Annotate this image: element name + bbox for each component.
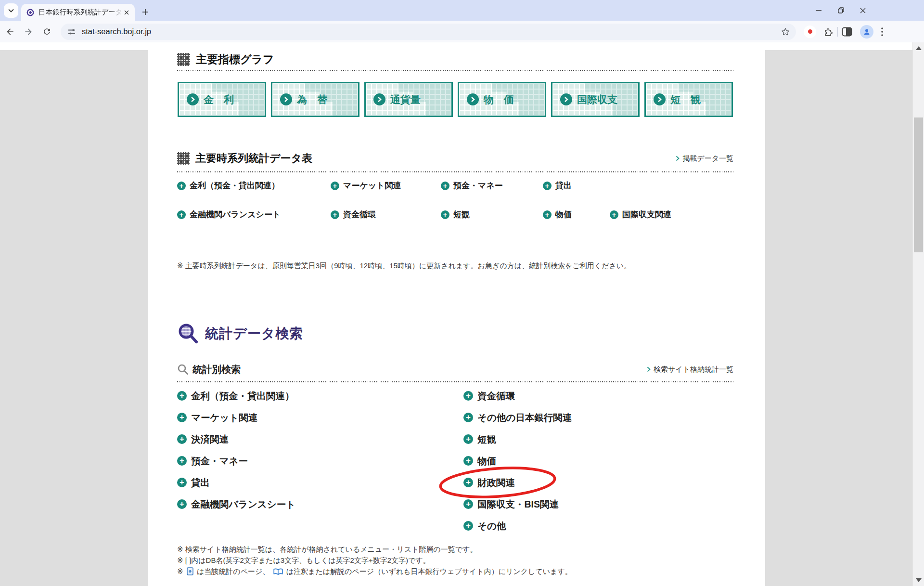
circle-arrow-icon (654, 93, 666, 105)
ts-link[interactable]: 預金・マネー (441, 180, 503, 191)
close-window-button[interactable] (852, 0, 874, 21)
category-link[interactable]: 短観 (463, 433, 572, 445)
category-link-label: 国際収支・BIS関連 (477, 498, 559, 510)
category-link[interactable]: 物価 (463, 455, 572, 467)
back-button[interactable] (2, 24, 18, 40)
ts-link-label: 国際収支関連 (622, 209, 671, 220)
ts-link[interactable]: 国際収支関連 (610, 209, 671, 220)
url-text[interactable]: stat-search.boj.or.jp (82, 27, 781, 36)
plus-icon (463, 434, 473, 444)
graph-section-title: 主要指標グラフ (196, 52, 274, 67)
category-link[interactable]: その他 (463, 520, 572, 532)
category-link[interactable]: マーケット関連 (177, 412, 295, 423)
ts-link-label: 短観 (453, 209, 470, 220)
ts-link[interactable]: 金融機関バランスシート (177, 209, 281, 220)
circle-arrow-icon (280, 93, 292, 105)
browser-toolbar: stat-search.boj.or.jp (0, 21, 924, 43)
graph-button-money-stock[interactable]: 通貨量 (364, 82, 453, 117)
chevron-right-icon (647, 366, 651, 372)
new-tab-button[interactable] (140, 6, 151, 18)
search-section-heading: 統計データ検索 (177, 323, 303, 345)
graph-button-bop[interactable]: 国際収支 (551, 82, 640, 117)
category-link-label: 金利（預金・貸出関連） (191, 390, 295, 402)
side-panel-icon[interactable] (842, 27, 852, 37)
circle-arrow-icon (560, 93, 572, 105)
tab-strip: 日本銀行時系列統計データ検索サ (0, 0, 924, 21)
ts-link[interactable]: 資金循環 (331, 209, 376, 220)
footnotes: ※ 検索サイト格納統計一覧は、各統計が格納されているメニュー・リスト階層の一覧で… (177, 544, 572, 578)
graph-button-label: 通貨量 (390, 93, 421, 106)
url-bar[interactable]: stat-search.boj.or.jp (61, 24, 796, 40)
data-list-link[interactable]: 掲載データ一覧 (676, 154, 733, 163)
graph-button-label: 短 観 (670, 93, 701, 106)
document-page-icon (187, 567, 193, 578)
circle-arrow-icon (187, 93, 199, 105)
plus-icon (331, 182, 339, 190)
graph-button-prices[interactable]: 物 価 (458, 82, 546, 117)
divider (177, 171, 733, 172)
graph-button-tankan[interactable]: 短 観 (644, 82, 733, 117)
toolbar-separator (837, 27, 838, 37)
scrollbar-thumb[interactable] (914, 117, 923, 252)
page-viewport: 主要指標グラフ 金 利 為 替 通貨量 物 価 国際収支 (0, 42, 924, 586)
ts-link[interactable]: 短観 (441, 209, 470, 220)
vertical-scrollbar[interactable] (912, 42, 924, 586)
forward-button[interactable] (20, 24, 37, 40)
ts-link[interactable]: 貸出 (543, 180, 572, 191)
category-link[interactable]: 預金・マネー (177, 455, 295, 467)
ts-link-label: 物価 (555, 209, 572, 220)
category-link[interactable]: 金利（預金・貸出関連） (177, 390, 295, 402)
ts-link-label: マーケット関連 (343, 180, 401, 191)
plus-icon (177, 434, 187, 444)
site-settings-icon[interactable] (67, 27, 76, 36)
scroll-up-arrow-icon[interactable] (916, 46, 922, 50)
category-link[interactable]: 決済関連 (177, 433, 295, 445)
bookmark-star-icon[interactable] (781, 27, 790, 37)
profile-avatar[interactable] (860, 25, 873, 39)
reload-button[interactable] (38, 24, 55, 40)
plus-icon (441, 210, 449, 219)
footnote-line: ※ は当該統計のページ、 は注釈または解説のページ（いずれも日本銀行ウェブサイト… (177, 566, 572, 578)
plus-icon (543, 182, 552, 190)
plus-icon (463, 413, 473, 422)
browser-tab[interactable]: 日本銀行時系列統計データ検索サ (21, 4, 135, 21)
chevron-down-icon (8, 9, 14, 13)
ts-link[interactable]: 物価 (543, 209, 572, 220)
tab-search-button[interactable] (4, 3, 18, 18)
category-link[interactable]: 金融機関バランスシート (177, 498, 295, 510)
restore-button[interactable] (830, 0, 852, 21)
graph-button-exchange[interactable]: 為 替 (271, 82, 359, 117)
footnote-line: ※ 検索サイト格納統計一覧は、各統計が格納されているメニュー・リスト階層の一覧で… (177, 544, 572, 555)
window-controls (808, 0, 874, 21)
ts-link-label: 貸出 (555, 180, 572, 191)
plus-icon (610, 210, 618, 219)
tab-close-icon[interactable] (122, 8, 131, 17)
ts-link-label: 金融機関バランスシート (190, 209, 281, 220)
category-link[interactable]: 貸出 (177, 477, 295, 488)
tables-links-row2: 金融機関バランスシート 資金循環 短観 物価 国際収支関連 (177, 209, 733, 221)
category-link[interactable]: その他の日本銀行関連 (463, 412, 572, 423)
category-link-label: 預金・マネー (191, 455, 248, 467)
category-link-label: 貸出 (191, 477, 210, 488)
ts-link[interactable]: 金利（預金・貸出関連） (177, 180, 280, 191)
category-link-label: その他 (477, 520, 506, 532)
graph-button-interest[interactable]: 金 利 (178, 82, 266, 117)
search-subsection-title: 統計別検索 (192, 363, 241, 376)
update-note: ※ 主要時系列統計データは、原則毎営業日3回（9時頃、12時頃、15時頃）に更新… (177, 261, 631, 271)
minimize-button[interactable] (808, 0, 830, 21)
plus-icon (331, 210, 339, 219)
extensions-puzzle-icon[interactable] (823, 26, 834, 37)
kebab-menu-icon[interactable] (881, 27, 883, 36)
graph-section-heading: 主要指標グラフ (177, 52, 274, 67)
scroll-down-arrow-icon[interactable] (916, 578, 922, 582)
stored-stats-list-link[interactable]: 検索サイト格納統計一覧 (647, 365, 733, 374)
plus-icon (177, 182, 186, 190)
search-left-column: 金利（預金・貸出関連） マーケット関連 決済関連 預金・マネー 貸出 金融機関バ… (177, 390, 295, 510)
category-link[interactable]: 国際収支・BIS関連 (463, 498, 572, 510)
recording-extension-icon[interactable] (804, 26, 816, 38)
ts-link[interactable]: マーケット関連 (331, 180, 401, 191)
footnote-line: ※ [ ]内はDB名(英字2文字または3文字、もしくは英字2文字+数字2文字)で… (177, 555, 572, 566)
category-link[interactable]: 資金循環 (463, 390, 572, 402)
tables-section-title: 主要時系列統計データ表 (195, 151, 312, 166)
category-link-fiscal-highlighted[interactable]: 財政関連 (463, 477, 572, 488)
